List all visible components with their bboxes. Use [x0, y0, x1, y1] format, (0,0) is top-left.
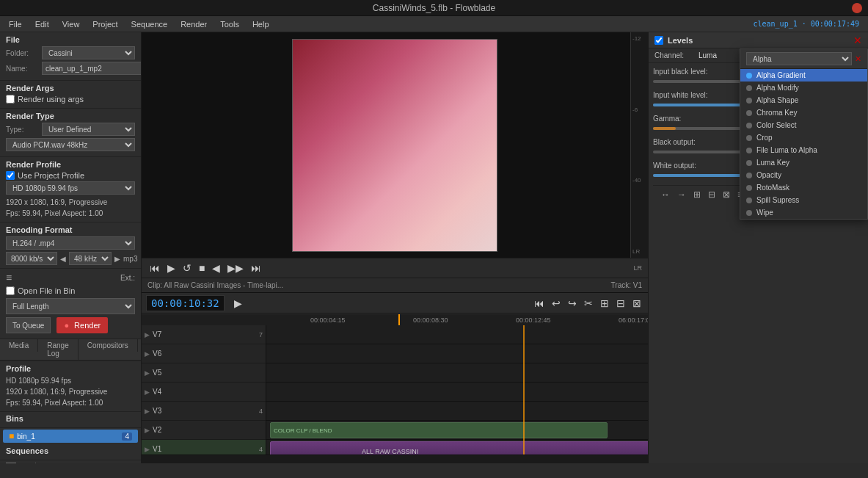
- render-buttons-section: ≡ Ext.: Open File in Bin Full Length To …: [0, 269, 141, 339]
- titlebar: CassiniWinds_5.flb - Flowblade: [0, 0, 868, 16]
- menu-render[interactable]: Render: [175, 18, 213, 30]
- prev-icon[interactable]: ◀: [60, 255, 66, 263]
- type-select[interactable]: User Defined: [42, 123, 135, 136]
- filter-dropdown-close[interactable]: ✕: [855, 54, 861, 64]
- play-loop-btn[interactable]: ↺: [180, 262, 194, 274]
- audio-select[interactable]: Audio PCM.wav 48kHz: [6, 138, 135, 151]
- levels-tool-3[interactable]: ⊞: [691, 189, 703, 200]
- render-profile-section: Render Profile Use Project Profile HD 10…: [0, 157, 141, 222]
- name-input[interactable]: [42, 62, 142, 75]
- play-btn[interactable]: ▶: [165, 262, 178, 274]
- sequences-title: Sequences: [6, 446, 48, 455]
- track-header-v2: ▶ V2: [142, 421, 266, 440]
- lr-label: LR: [632, 248, 646, 255]
- render-args-checkbox-label: Render using args: [18, 95, 84, 104]
- v7-expand[interactable]: ▶: [145, 331, 150, 338]
- filter-opacity[interactable]: Opacity: [740, 169, 867, 181]
- filter-alpha-modify[interactable]: Alpha Modify: [740, 82, 867, 94]
- to-queue-button[interactable]: To Queue: [6, 317, 51, 333]
- chroma-key-dot: [746, 110, 752, 116]
- v2-label: V2: [153, 426, 170, 434]
- timeline-topbar: 00:00:10:32 ▶ ⏮ ↩ ↪ ✂ ⊞ ⊟ ⊠: [142, 293, 648, 314]
- profile-select[interactable]: HD 1080p 59.94 fps: [6, 181, 135, 195]
- render-button[interactable]: ● Render: [56, 317, 108, 333]
- close-button[interactable]: [852, 3, 862, 13]
- tl-redo-btn[interactable]: ↪: [566, 297, 579, 309]
- ext-label-2: Ext.:: [120, 274, 135, 282]
- ruler-00-12: 00:00:12:45: [516, 316, 551, 324]
- use-project-profile-checkbox[interactable]: [6, 171, 15, 180]
- tl-trim-btn[interactable]: ⊠: [630, 297, 643, 309]
- v2-expand[interactable]: ▶: [145, 427, 150, 434]
- v1-expand[interactable]: ▶: [145, 446, 150, 453]
- tl-ripple-btn[interactable]: ⊞: [598, 297, 611, 309]
- filter-rotomask[interactable]: RotoMask: [740, 181, 867, 194]
- frame-back-btn[interactable]: ◀: [210, 262, 222, 274]
- menu-edit[interactable]: Edit: [29, 18, 55, 30]
- tl-cut-btn[interactable]: ✂: [582, 297, 595, 309]
- v1-clip-main[interactable]: ALL RAW CASSINI: [270, 441, 648, 455]
- menu-help[interactable]: Help: [247, 18, 275, 30]
- menu-view[interactable]: View: [56, 18, 86, 30]
- levels-tool-4[interactable]: ⊟: [706, 189, 718, 200]
- menu-file[interactable]: File: [3, 18, 28, 30]
- filter-crop[interactable]: Crop: [740, 131, 867, 144]
- levels-close-btn[interactable]: ✕: [853, 35, 862, 46]
- file-section: File Folder: Cassini Name: .mp4: [0, 32, 141, 81]
- render-args-title: Render Args: [6, 84, 135, 93]
- tab-rangelog[interactable]: Range Log: [38, 339, 78, 360]
- filter-chroma-key[interactable]: Chroma Key: [740, 106, 867, 119]
- color-select-dot: [746, 123, 752, 128]
- filter-type-select[interactable]: Alpha: [746, 52, 852, 65]
- tl-prev-btn[interactable]: ⏮: [532, 297, 547, 309]
- ext-mp3: mp3: [123, 255, 137, 263]
- menu-sequence[interactable]: Sequence: [125, 18, 174, 30]
- menu-tools[interactable]: Tools: [214, 18, 245, 30]
- v4-expand[interactable]: ▶: [145, 388, 150, 396]
- folder-select[interactable]: Cassini: [42, 46, 135, 59]
- bottom-scroll[interactable]: [142, 455, 648, 463]
- controls-bar: ⏮ ▶ ↺ ■ ◀ ▶▶ ⏭ LR: [142, 258, 648, 278]
- render-args-checkbox[interactable]: [6, 95, 15, 104]
- encoding-select[interactable]: H.264 / .mp4: [6, 236, 135, 250]
- filter-color-select-label: Color Select: [756, 121, 796, 129]
- seq-master[interactable]: master: [0, 460, 141, 463]
- filter-dropdown-header: Alpha ✕: [740, 49, 867, 69]
- levels-tool-1[interactable]: ↔: [659, 189, 672, 200]
- filter-color-select[interactable]: Color Select: [740, 119, 867, 131]
- frame-fwd-btn[interactable]: ▶▶: [225, 262, 246, 274]
- next-icon[interactable]: ▶: [114, 255, 120, 263]
- menu-project[interactable]: Project: [87, 18, 123, 30]
- open-in-bin-checkbox[interactable]: [6, 286, 15, 295]
- tl-sync-btn[interactable]: ⊟: [614, 297, 627, 309]
- filter-spill-supress[interactable]: Spill Supress: [740, 194, 867, 206]
- filter-wipe[interactable]: Wipe: [740, 206, 867, 219]
- tab-media[interactable]: Media: [0, 339, 38, 352]
- samplerate-select[interactable]: 48 kHz: [69, 252, 112, 265]
- v5-expand[interactable]: ▶: [145, 369, 150, 377]
- levels-checkbox[interactable]: [654, 36, 663, 45]
- v6-expand[interactable]: ▶: [145, 350, 150, 358]
- stop-btn[interactable]: ■: [197, 262, 207, 274]
- tab-compositors[interactable]: Compositors: [79, 339, 138, 352]
- menu-icon[interactable]: ≡: [6, 272, 12, 283]
- skip-end-btn[interactable]: ⏭: [249, 262, 263, 274]
- filter-luma-key[interactable]: Luma Key: [740, 156, 867, 169]
- length-select[interactable]: Full Length: [6, 298, 135, 314]
- track-header-v7: ▶ V7 7: [142, 325, 266, 344]
- levels-tool-2[interactable]: →: [675, 189, 688, 200]
- v3-expand[interactable]: ▶: [145, 408, 150, 415]
- bin-item[interactable]: ■ bin_1 4: [3, 430, 138, 443]
- levels-tool-5[interactable]: ⊠: [721, 189, 732, 200]
- tl-undo-btn[interactable]: ↩: [550, 297, 563, 309]
- skip-start-btn[interactable]: ⏮: [147, 262, 162, 274]
- filter-alpha-shape[interactable]: Alpha Shape: [740, 94, 867, 106]
- track-lane-v4: [266, 383, 648, 402]
- tl-play-btn[interactable]: ▶: [232, 297, 244, 309]
- side-ruler: -12 -6 -40 LR: [630, 32, 648, 258]
- filter-alpha-gradient[interactable]: Alpha Gradient: [740, 69, 867, 82]
- filter-file-luma[interactable]: File Luma to Alpha: [740, 144, 867, 156]
- v2-clip-blend[interactable]: COLOR CLP / BLEND: [270, 422, 608, 438]
- bitrate-select[interactable]: 8000 kb/s: [6, 252, 57, 265]
- lr-indicator: LR: [633, 264, 642, 272]
